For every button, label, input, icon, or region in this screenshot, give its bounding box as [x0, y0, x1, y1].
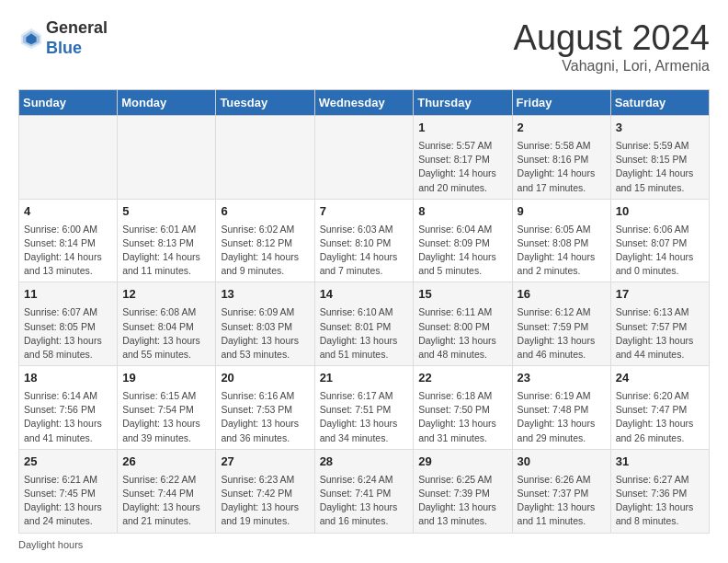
- day-number: 30: [518, 454, 606, 471]
- calendar-day-header: Thursday: [414, 90, 512, 116]
- calendar-week-row: 11Sunrise: 6:07 AM Sunset: 8:05 PM Dayli…: [19, 282, 710, 366]
- calendar-cell: [19, 116, 118, 200]
- day-number: 12: [122, 286, 210, 304]
- calendar-day-header: Tuesday: [216, 90, 314, 116]
- calendar-cell: 26Sunrise: 6:22 AM Sunset: 7:44 PM Dayli…: [118, 449, 216, 533]
- day-info: Sunrise: 6:22 AM Sunset: 7:44 PM Dayligh…: [122, 473, 210, 529]
- day-info: Sunrise: 6:23 AM Sunset: 7:42 PM Dayligh…: [221, 473, 309, 529]
- day-info: Sunrise: 6:21 AM Sunset: 7:45 PM Dayligh…: [24, 473, 112, 529]
- logo-text: General Blue: [46, 18, 108, 58]
- day-number: 1: [418, 120, 506, 137]
- calendar-cell: 13Sunrise: 6:09 AM Sunset: 8:03 PM Dayli…: [216, 282, 314, 366]
- calendar-cell: 24Sunrise: 6:20 AM Sunset: 7:47 PM Dayli…: [610, 366, 709, 450]
- calendar-day-header: Monday: [118, 90, 216, 116]
- day-info: Sunrise: 6:14 AM Sunset: 7:56 PM Dayligh…: [24, 389, 112, 445]
- page-header: General Blue August 2024 Vahagni, Lori, …: [18, 18, 710, 75]
- day-info: Sunrise: 6:27 AM Sunset: 7:36 PM Dayligh…: [616, 473, 704, 529]
- calendar-cell: 23Sunrise: 6:19 AM Sunset: 7:48 PM Dayli…: [512, 366, 610, 450]
- day-info: Sunrise: 6:00 AM Sunset: 8:14 PM Dayligh…: [24, 223, 112, 279]
- calendar-week-row: 4Sunrise: 6:00 AM Sunset: 8:14 PM Daylig…: [19, 199, 710, 282]
- day-number: 22: [418, 370, 506, 387]
- day-number: 23: [518, 370, 606, 387]
- calendar-cell: 14Sunrise: 6:10 AM Sunset: 8:01 PM Dayli…: [314, 282, 414, 366]
- calendar-cell: 4Sunrise: 6:00 AM Sunset: 8:14 PM Daylig…: [19, 199, 118, 282]
- day-info: Sunrise: 6:20 AM Sunset: 7:47 PM Dayligh…: [616, 389, 704, 445]
- calendar-header-row: SundayMondayTuesdayWednesdayThursdayFrid…: [19, 90, 710, 116]
- day-number: 31: [616, 454, 704, 471]
- day-number: 19: [122, 370, 210, 387]
- calendar-day-header: Friday: [512, 90, 610, 116]
- day-number: 4: [24, 203, 112, 221]
- calendar-cell: 27Sunrise: 6:23 AM Sunset: 7:42 PM Dayli…: [216, 449, 314, 533]
- day-info: Sunrise: 6:02 AM Sunset: 8:12 PM Dayligh…: [221, 223, 309, 279]
- day-info: Sunrise: 6:09 AM Sunset: 8:03 PM Dayligh…: [221, 305, 309, 362]
- calendar-cell: 7Sunrise: 6:03 AM Sunset: 8:10 PM Daylig…: [314, 199, 414, 282]
- day-info: Sunrise: 6:18 AM Sunset: 7:50 PM Dayligh…: [418, 389, 506, 445]
- day-number: 25: [24, 454, 112, 471]
- calendar-cell: [118, 116, 216, 200]
- day-number: 11: [24, 286, 112, 304]
- day-number: 26: [122, 454, 210, 471]
- day-info: Sunrise: 5:58 AM Sunset: 8:16 PM Dayligh…: [518, 139, 606, 195]
- day-info: Sunrise: 6:06 AM Sunset: 8:07 PM Dayligh…: [616, 223, 704, 279]
- month-year-title: August 2024: [514, 18, 710, 58]
- calendar-cell: 9Sunrise: 6:05 AM Sunset: 8:08 PM Daylig…: [512, 199, 610, 282]
- calendar-cell: 10Sunrise: 6:06 AM Sunset: 8:07 PM Dayli…: [610, 199, 709, 282]
- day-number: 16: [518, 286, 606, 304]
- day-info: Sunrise: 6:16 AM Sunset: 7:53 PM Dayligh…: [221, 389, 309, 445]
- calendar-cell: 29Sunrise: 6:25 AM Sunset: 7:39 PM Dayli…: [414, 449, 512, 533]
- logo-icon: [18, 26, 44, 52]
- day-info: Sunrise: 6:13 AM Sunset: 7:57 PM Dayligh…: [616, 305, 704, 362]
- day-number: 8: [418, 203, 506, 221]
- day-info: Sunrise: 6:26 AM Sunset: 7:37 PM Dayligh…: [518, 473, 606, 529]
- calendar-cell: 21Sunrise: 6:17 AM Sunset: 7:51 PM Dayli…: [314, 366, 414, 450]
- day-number: 2: [518, 120, 606, 137]
- calendar-cell: [314, 116, 414, 200]
- calendar-cell: 2Sunrise: 5:58 AM Sunset: 8:16 PM Daylig…: [512, 116, 610, 200]
- calendar-cell: 12Sunrise: 6:08 AM Sunset: 8:04 PM Dayli…: [118, 282, 216, 366]
- calendar-cell: 31Sunrise: 6:27 AM Sunset: 7:36 PM Dayli…: [610, 449, 709, 533]
- day-number: 13: [221, 286, 309, 304]
- calendar-cell: 6Sunrise: 6:02 AM Sunset: 8:12 PM Daylig…: [216, 199, 314, 282]
- day-number: 10: [616, 203, 704, 221]
- day-number: 28: [320, 454, 409, 471]
- day-info: Sunrise: 6:05 AM Sunset: 8:08 PM Dayligh…: [518, 223, 606, 279]
- day-number: 17: [616, 286, 704, 304]
- calendar-day-header: Wednesday: [314, 90, 414, 116]
- day-info: Sunrise: 6:15 AM Sunset: 7:54 PM Dayligh…: [122, 389, 210, 445]
- day-number: 21: [320, 370, 409, 387]
- title-block: August 2024 Vahagni, Lori, Armenia: [514, 18, 710, 75]
- calendar-week-row: 18Sunrise: 6:14 AM Sunset: 7:56 PM Dayli…: [19, 366, 710, 450]
- day-info: Sunrise: 5:57 AM Sunset: 8:17 PM Dayligh…: [418, 139, 506, 195]
- day-info: Sunrise: 6:12 AM Sunset: 7:59 PM Dayligh…: [518, 305, 606, 362]
- day-number: 14: [320, 286, 409, 304]
- footer-note: Daylight hours: [18, 539, 710, 550]
- calendar-table: SundayMondayTuesdayWednesdayThursdayFrid…: [18, 89, 710, 534]
- day-number: 7: [320, 203, 409, 221]
- day-info: Sunrise: 6:01 AM Sunset: 8:13 PM Dayligh…: [122, 223, 210, 279]
- day-number: 9: [518, 203, 606, 221]
- day-info: Sunrise: 5:59 AM Sunset: 8:15 PM Dayligh…: [616, 139, 704, 195]
- day-number: 18: [24, 370, 112, 387]
- day-info: Sunrise: 6:24 AM Sunset: 7:41 PM Dayligh…: [320, 473, 409, 529]
- calendar-day-header: Sunday: [19, 90, 118, 116]
- calendar-cell: [216, 116, 314, 200]
- day-info: Sunrise: 6:25 AM Sunset: 7:39 PM Dayligh…: [418, 473, 506, 529]
- location-subtitle: Vahagni, Lori, Armenia: [514, 58, 710, 75]
- day-info: Sunrise: 6:10 AM Sunset: 8:01 PM Dayligh…: [320, 305, 409, 362]
- day-info: Sunrise: 6:03 AM Sunset: 8:10 PM Dayligh…: [320, 223, 409, 279]
- day-number: 15: [418, 286, 506, 304]
- calendar-cell: 11Sunrise: 6:07 AM Sunset: 8:05 PM Dayli…: [19, 282, 118, 366]
- calendar-cell: 8Sunrise: 6:04 AM Sunset: 8:09 PM Daylig…: [414, 199, 512, 282]
- day-info: Sunrise: 6:07 AM Sunset: 8:05 PM Dayligh…: [24, 305, 112, 362]
- calendar-cell: 15Sunrise: 6:11 AM Sunset: 8:00 PM Dayli…: [414, 282, 512, 366]
- day-info: Sunrise: 6:19 AM Sunset: 7:48 PM Dayligh…: [518, 389, 606, 445]
- calendar-cell: 25Sunrise: 6:21 AM Sunset: 7:45 PM Dayli…: [19, 449, 118, 533]
- day-number: 27: [221, 454, 309, 471]
- calendar-cell: 19Sunrise: 6:15 AM Sunset: 7:54 PM Dayli…: [118, 366, 216, 450]
- calendar-week-row: 25Sunrise: 6:21 AM Sunset: 7:45 PM Dayli…: [19, 449, 710, 533]
- calendar-day-header: Saturday: [610, 90, 709, 116]
- calendar-cell: 22Sunrise: 6:18 AM Sunset: 7:50 PM Dayli…: [414, 366, 512, 450]
- calendar-cell: 16Sunrise: 6:12 AM Sunset: 7:59 PM Dayli…: [512, 282, 610, 366]
- day-number: 3: [616, 120, 704, 137]
